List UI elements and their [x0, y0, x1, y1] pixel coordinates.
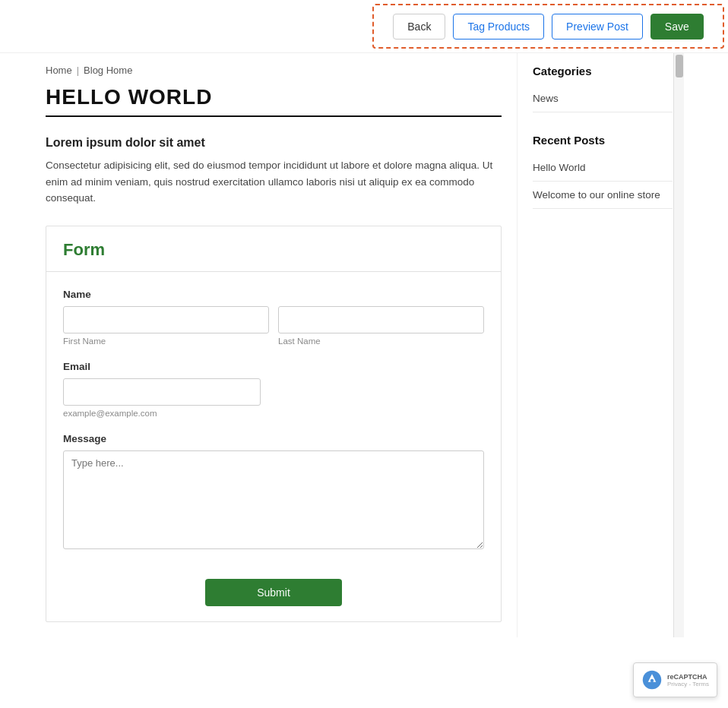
last-name-input[interactable]	[278, 306, 484, 333]
submit-button[interactable]: Submit	[205, 579, 342, 606]
breadcrumb-home[interactable]: Home	[46, 65, 72, 76]
sidebar-scrollbar[interactable]	[673, 53, 684, 637]
toolbar-overlay: Back Tag Products Preview Post Save	[372, 4, 724, 49]
categories-title: Categories	[533, 65, 673, 77]
form-body: Name First Name Last Name	[46, 272, 501, 552]
email-hint: example@example.com	[63, 409, 484, 418]
back-button[interactable]: Back	[393, 14, 445, 40]
email-input[interactable]	[63, 378, 261, 406]
first-name-wrap: First Name	[63, 306, 269, 346]
sidebar-scrollbar-thumb	[676, 55, 683, 77]
sidebar-categories: Categories News	[533, 65, 673, 112]
message-textarea[interactable]	[63, 450, 484, 549]
first-name-hint: First Name	[63, 337, 269, 346]
sidebar-recent-posts: Recent Posts Hello World Welcome to our …	[533, 134, 673, 209]
save-button[interactable]: Save	[650, 14, 704, 40]
content-subtitle: Lorem ipsum dolor sit amet	[46, 136, 502, 150]
message-group: Message	[63, 433, 484, 552]
last-name-hint: Last Name	[278, 337, 484, 346]
sidebar-post-welcome[interactable]: Welcome to our online store	[533, 182, 673, 209]
email-label: Email	[63, 361, 484, 372]
first-name-input[interactable]	[63, 306, 269, 333]
form-widget-header: Form	[46, 226, 501, 272]
sidebar: Categories News Recent Posts Hello World…	[517, 53, 684, 637]
breadcrumb-separator: |	[77, 65, 79, 76]
sidebar-item-news[interactable]: News	[533, 85, 673, 112]
preview-post-button[interactable]: Preview Post	[552, 14, 643, 40]
sidebar-post-hello-world[interactable]: Hello World	[533, 154, 673, 182]
breadcrumb: Home | Blog Home	[46, 65, 502, 76]
main-content: Home | Blog Home HELLO WORLD Lorem ipsum…	[0, 53, 517, 637]
tag-products-button[interactable]: Tag Products	[453, 14, 544, 40]
page-container: Home | Blog Home HELLO WORLD Lorem ipsum…	[0, 53, 728, 637]
page-title: HELLO WORLD	[46, 85, 502, 117]
name-row: First Name Last Name	[63, 306, 484, 346]
message-label: Message	[63, 433, 484, 444]
form-widget: Form Name First Name L	[46, 226, 502, 622]
form-footer: Submit	[46, 567, 501, 621]
content-body: Consectetur adipisicing elit, sed do eiu…	[46, 157, 502, 207]
name-label: Name	[63, 289, 484, 300]
recent-posts-title: Recent Posts	[533, 134, 673, 147]
form-title: Form	[63, 240, 484, 260]
content-area: Lorem ipsum dolor sit amet Consectetur a…	[46, 136, 502, 622]
breadcrumb-blog-home[interactable]: Blog Home	[84, 65, 132, 76]
last-name-wrap: Last Name	[278, 306, 484, 346]
name-group: Name First Name Last Name	[63, 289, 484, 346]
email-group: Email example@example.com	[63, 361, 484, 418]
toolbar: Back Tag Products Preview Post Save	[0, 0, 728, 53]
